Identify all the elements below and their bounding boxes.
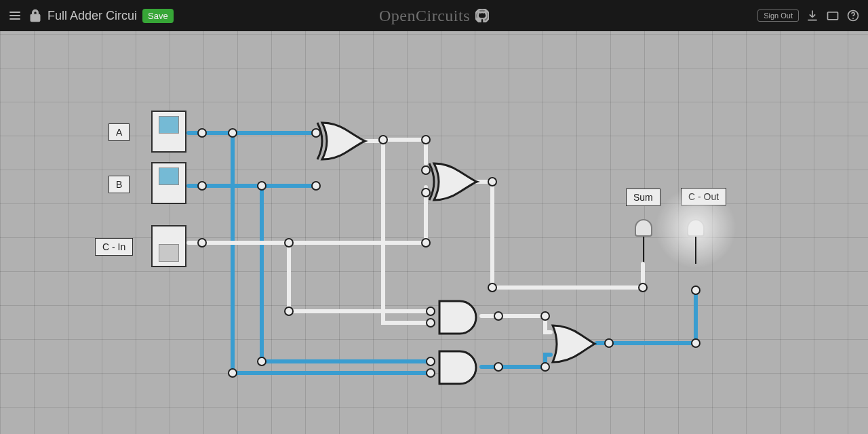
gate-xor1[interactable]: [317, 123, 365, 159]
svg-point-2: [852, 18, 854, 19]
brand: OpenCircuits: [379, 7, 470, 25]
download-icon[interactable]: [806, 9, 819, 22]
gate-and1[interactable]: [439, 301, 476, 334]
header-left: Full Adder Circui Save: [0, 9, 174, 23]
open-icon[interactable]: [826, 9, 840, 22]
gate-and2[interactable]: [439, 351, 476, 384]
lock-icon: [28, 9, 42, 22]
canvas[interactable]: A B C - In Sum C - Out: [0, 31, 868, 434]
header-center: OpenCircuits: [379, 7, 489, 25]
save-button[interactable]: Save: [142, 9, 174, 23]
github-icon[interactable]: [475, 9, 489, 22]
gate-or1[interactable]: [553, 326, 595, 362]
gate-xor2[interactable]: [429, 163, 477, 200]
signout-button[interactable]: Sign Out: [757, 9, 799, 22]
header: Full Adder Circui Save OpenCircuits Sign…: [0, 0, 868, 31]
header-right: Sign Out: [757, 9, 868, 22]
help-icon[interactable]: [846, 9, 860, 22]
menu-icon[interactable]: [7, 9, 23, 22]
svg-rect-0: [828, 12, 838, 20]
circuit-title[interactable]: Full Adder Circui: [47, 9, 137, 23]
circuit-wires: [0, 31, 868, 434]
